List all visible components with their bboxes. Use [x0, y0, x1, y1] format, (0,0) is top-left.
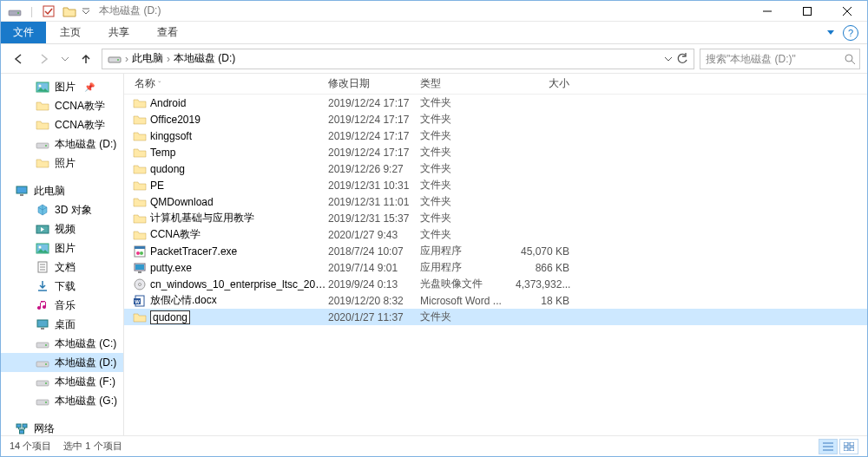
tab-view[interactable]: 查看 — [143, 22, 192, 43]
svg-rect-25 — [37, 320, 48, 327]
navitem-本地磁盘 (D:)[interactable]: 本地磁盘 (D:) — [1, 353, 123, 372]
file-type: 文件夹 — [420, 178, 516, 193]
qat-folder-icon[interactable] — [61, 3, 78, 20]
file-row[interactable]: qudong 2019/12/26 9:27 文件夹 — [124, 160, 867, 177]
qat-dropdown-icon[interactable] — [82, 3, 90, 20]
address-dropdown-icon[interactable] — [664, 55, 673, 63]
address-bar[interactable]: › 此电脑 › 本地磁盘 (D:) — [102, 49, 694, 69]
view-large-button[interactable] — [839, 439, 858, 454]
search-box[interactable] — [700, 49, 860, 69]
file-name: kinggsoft — [150, 130, 192, 142]
svg-text:W: W — [135, 299, 140, 304]
status-count: 14 个项目 — [10, 440, 51, 453]
search-icon[interactable] — [844, 53, 856, 65]
column-name[interactable]: 名称 ˇ — [124, 76, 328, 91]
tab-share[interactable]: 共享 — [95, 22, 143, 43]
search-input[interactable] — [704, 52, 844, 66]
file-row[interactable]: PE 2019/12/31 10:31 文件夹 — [124, 177, 867, 193]
navitem-本地磁盘 (G:)[interactable]: 本地磁盘 (G:) — [1, 391, 123, 410]
back-button[interactable] — [8, 49, 29, 69]
navitem-thispc[interactable]: 此电脑 — [1, 181, 123, 200]
exe-icon — [133, 245, 147, 258]
help-button[interactable]: ? — [843, 25, 858, 41]
navitem-音乐[interactable]: 音乐 — [1, 296, 123, 315]
svg-point-34 — [45, 402, 47, 403]
file-row[interactable]: kinggsoft 2019/12/24 17:17 文件夹 — [124, 127, 867, 144]
refresh-icon[interactable] — [676, 53, 688, 65]
file-name: PacketTracer7.exe — [150, 245, 237, 258]
folder-icon — [133, 310, 147, 324]
navitem-照片[interactable]: 照片 — [1, 153, 123, 173]
file-name: PE — [150, 180, 164, 192]
svg-rect-53 — [844, 442, 848, 446]
file-date: 2019/12/24 17:17 — [328, 130, 420, 142]
file-date: 2019/12/31 11:01 — [328, 196, 420, 208]
3d-icon — [36, 203, 49, 217]
file-row[interactable]: W放假心情.docx 2019/12/20 8:32 Microsoft Wor… — [124, 292, 867, 309]
file-row[interactable]: 计算机基础与应用教学 2019/12/31 15:37 文件夹 — [124, 210, 867, 226]
navitem-图片[interactable]: 图片 — [1, 238, 123, 258]
music-icon — [36, 298, 49, 312]
file-date: 2019/12/31 15:37 — [328, 212, 420, 225]
recent-dropdown[interactable] — [60, 49, 70, 69]
pin-icon: 📌 — [84, 82, 95, 92]
file-date: 2019/12/24 17:17 — [328, 114, 420, 126]
column-date[interactable]: 修改日期 — [328, 76, 420, 91]
file-row[interactable]: Android 2019/12/24 17:17 文件夹 — [124, 95, 867, 111]
minimize-button[interactable] — [747, 1, 787, 22]
navitem-本地磁盘 (C:)[interactable]: 本地磁盘 (C:) — [1, 334, 123, 353]
column-size[interactable]: 大小 — [516, 76, 576, 91]
tab-home[interactable]: 主页 — [46, 22, 95, 43]
navitem-本地磁盘 (D:)[interactable]: 本地磁盘 (D:) — [1, 134, 123, 153]
breadcrumb-pc[interactable]: 此电脑 — [128, 51, 167, 66]
file-row[interactable]: putty.exe 2019/7/14 9:01 应用程序 866 KB — [124, 259, 867, 276]
breadcrumb-drive[interactable]: 本地磁盘 (D:) — [170, 51, 239, 66]
navitem-3D 对象[interactable]: 3D 对象 — [1, 200, 123, 219]
navitem-视频[interactable]: 视频 — [1, 219, 123, 238]
navitem-图片[interactable]: 图片📌 — [1, 77, 123, 96]
folder-icon — [133, 212, 147, 225]
navitem-network[interactable]: 网络 — [1, 419, 123, 435]
qat-drive-icon[interactable] — [6, 3, 23, 20]
svg-rect-43 — [135, 264, 144, 270]
file-tab[interactable]: 文件 — [1, 22, 46, 43]
collapse-ribbon-icon[interactable] — [827, 30, 834, 35]
file-row[interactable]: cn_windows_10_enterprise_ltsc_2019_... 2… — [124, 276, 867, 292]
view-details-button[interactable] — [819, 439, 838, 454]
folder-icon — [133, 228, 147, 242]
column-type[interactable]: 类型 — [420, 76, 516, 91]
maximize-button[interactable] — [787, 1, 827, 22]
drive-icon — [36, 336, 49, 350]
rename-input[interactable]: qudong — [150, 310, 190, 324]
navitem-桌面[interactable]: 桌面 — [1, 315, 123, 334]
file-row[interactable]: QMDownload 2019/12/31 11:01 文件夹 — [124, 193, 867, 210]
file-row[interactable]: qudong 2020/1/27 11:37 文件夹 — [124, 309, 867, 325]
navigation-pane: 图片📌CCNA教学CCNA教学本地磁盘 (D:)照片此电脑3D 对象视频图片文档… — [1, 74, 124, 435]
navitem-CCNA教学[interactable]: CCNA教学 — [1, 115, 123, 134]
forward-button[interactable] — [34, 49, 55, 69]
file-name: putty.exe — [150, 262, 192, 274]
file-type: 应用程序 — [420, 244, 516, 258]
close-button[interactable] — [827, 1, 867, 22]
file-type: 光盘映像文件 — [420, 277, 516, 291]
qat-properties-icon[interactable] — [40, 3, 57, 20]
desktop-icon — [36, 317, 49, 331]
navitem-下载[interactable]: 下载 — [1, 277, 123, 296]
file-date: 2019/7/14 9:01 — [328, 262, 420, 274]
file-name: CCNA教学 — [150, 227, 201, 242]
file-row[interactable]: Temp 2019/12/24 17:17 文件夹 — [124, 144, 867, 160]
file-row[interactable]: Office2019 2019/12/24 17:17 文件夹 — [124, 111, 867, 127]
svg-rect-55 — [844, 447, 848, 451]
file-row[interactable]: PacketTracer7.exe 2018/7/24 10:07 应用程序 4… — [124, 243, 867, 259]
file-date: 2018/7/24 10:07 — [328, 245, 420, 258]
docs-icon — [36, 260, 49, 274]
folder-icon — [133, 195, 147, 209]
navitem-文档[interactable]: 文档 — [1, 258, 123, 277]
navitem-CCNA教学[interactable]: CCNA教学 — [1, 96, 123, 115]
svg-point-41 — [140, 251, 143, 255]
navitem-本地磁盘 (F:)[interactable]: 本地磁盘 (F:) — [1, 372, 123, 391]
up-button[interactable] — [76, 49, 96, 69]
svg-rect-2 — [43, 6, 54, 16]
file-row[interactable]: CCNA教学 2020/1/27 9:43 文件夹 — [124, 226, 867, 243]
file-type: 文件夹 — [420, 161, 516, 176]
